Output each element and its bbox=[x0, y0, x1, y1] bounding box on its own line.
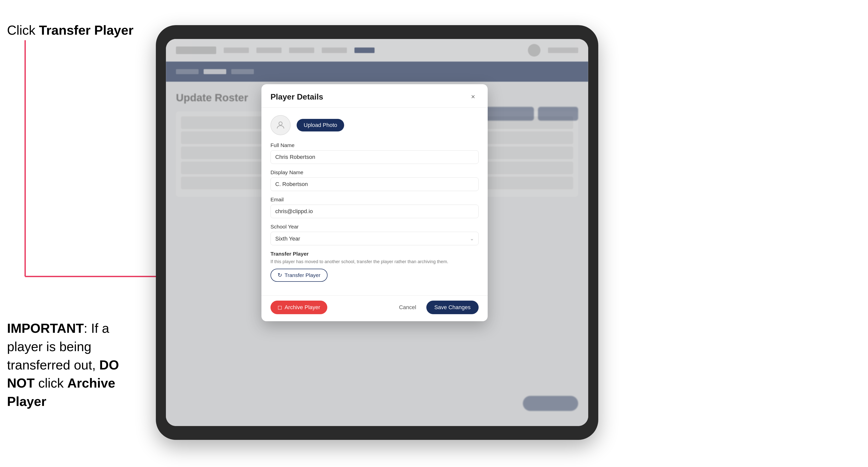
save-changes-button[interactable]: Save Changes bbox=[426, 301, 478, 314]
modal-header: Player Details × bbox=[261, 84, 488, 107]
bottom-instruction: IMPORTANT: If a player is being transfer… bbox=[7, 319, 148, 411]
transfer-section: Transfer Player If this player has moved… bbox=[271, 251, 478, 282]
svg-point-3 bbox=[279, 122, 282, 125]
transfer-player-button[interactable]: ↻ Transfer Player bbox=[271, 269, 328, 282]
avatar-placeholder bbox=[271, 115, 290, 135]
tablet-screen: Update Roster bbox=[166, 39, 588, 426]
archive-player-button[interactable]: ◻ Archive Player bbox=[271, 301, 327, 314]
archive-button-label: Archive Player bbox=[284, 304, 320, 311]
footer-right-buttons: Cancel Save Changes bbox=[394, 301, 478, 314]
bottom-text-2: click bbox=[35, 376, 67, 390]
email-group: Email bbox=[271, 196, 478, 218]
modal-close-button[interactable]: × bbox=[468, 91, 478, 102]
full-name-input[interactable] bbox=[271, 150, 478, 164]
tablet-device: Update Roster bbox=[156, 25, 598, 440]
full-name-label: Full Name bbox=[271, 142, 478, 148]
modal-title: Player Details bbox=[271, 92, 323, 101]
archive-icon: ◻ bbox=[278, 304, 282, 311]
transfer-icon: ↻ bbox=[278, 272, 282, 279]
email-label: Email bbox=[271, 196, 478, 203]
transfer-section-label: Transfer Player bbox=[271, 251, 478, 257]
display-name-label: Display Name bbox=[271, 169, 478, 176]
instruction-bold: Transfer Player bbox=[39, 23, 133, 37]
display-name-input[interactable] bbox=[271, 178, 478, 191]
instruction-prefix: Click bbox=[7, 23, 39, 37]
modal-footer: ◻ Archive Player Cancel Save Changes bbox=[261, 295, 488, 321]
modal-body: Upload Photo Full Name Display Name Emai… bbox=[261, 107, 488, 295]
top-instruction: Click Transfer Player bbox=[7, 23, 133, 38]
upload-photo-button[interactable]: Upload Photo bbox=[297, 119, 344, 131]
photo-section: Upload Photo bbox=[271, 115, 478, 135]
school-year-label: School Year bbox=[271, 224, 478, 230]
important-label: IMPORTANT bbox=[7, 321, 84, 336]
display-name-group: Display Name bbox=[271, 169, 478, 191]
school-year-select[interactable]: Sixth Year bbox=[271, 232, 478, 245]
transfer-section-description: If this player has moved to another scho… bbox=[271, 258, 478, 265]
school-year-select-wrapper: Sixth Year ⌄ bbox=[271, 232, 478, 245]
full-name-group: Full Name bbox=[271, 142, 478, 164]
email-input[interactable] bbox=[271, 205, 478, 218]
cancel-button[interactable]: Cancel bbox=[394, 301, 421, 314]
player-details-modal: Player Details × Upload Photo bbox=[261, 84, 488, 321]
school-year-group: School Year Sixth Year ⌄ bbox=[271, 224, 478, 245]
transfer-button-label: Transfer Player bbox=[284, 272, 320, 278]
